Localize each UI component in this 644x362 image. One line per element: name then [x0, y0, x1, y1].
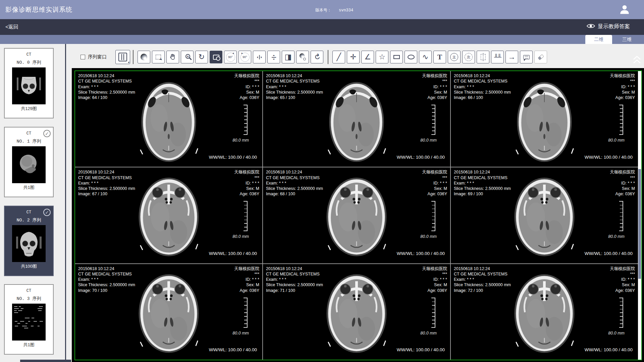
- scale-ruler: [431, 201, 435, 231]
- viewport-cell-1[interactable]: 20150618 10:12:24CT GE MEDICAL SYSTEMSEx…: [75, 71, 262, 167]
- series-card-1[interactable]: ✓ CT NO. 1 序列 共1图: [4, 127, 54, 197]
- profile-tool-button[interactable]: ╨╨: [491, 51, 504, 63]
- scale-label: 80.0 mm: [420, 138, 437, 143]
- ellipse-roi-button[interactable]: [405, 51, 417, 63]
- scale-label: 80.0 mm: [608, 330, 625, 336]
- version-value: svn334: [339, 8, 353, 13]
- nav-bar: <返回 显示教师答案: [0, 19, 644, 35]
- text-annotation-button[interactable]: T: [433, 51, 446, 63]
- zoom-in-button[interactable]: [181, 51, 194, 63]
- tab-3d[interactable]: 三维: [613, 35, 640, 44]
- series-count: 共1图: [5, 342, 53, 348]
- wwwl-label: WW/WL: 100.00 / 40.00: [397, 154, 445, 160]
- series-count: 共100图: [5, 263, 53, 269]
- image-viewer: 20150618 10:12:24CT GE MEDICAL SYSTEMSEx…: [72, 68, 644, 362]
- dicom-overlay-topright: 天堰模拟医院***ID: * * *Sex: MAge: 036Y: [610, 266, 635, 293]
- rotate-90-cw-button[interactable]: 90°: [238, 51, 251, 63]
- mirror-tool-button[interactable]: [477, 51, 489, 63]
- layout-button[interactable]: ▾: [115, 50, 130, 64]
- dicom-overlay-topleft: 20150618 10:12:24CT GE MEDICAL SYSTEMSEx…: [454, 266, 511, 293]
- collapse-toolbar-icon[interactable]: [632, 55, 642, 66]
- user-avatar-icon[interactable]: [619, 3, 631, 17]
- cross-measure-button[interactable]: ✛: [347, 51, 360, 63]
- scale-ruler: [619, 201, 623, 231]
- sidebar-horizontal-scrollbar[interactable]: [20, 360, 71, 362]
- angle-measure-button[interactable]: ∠: [361, 51, 374, 63]
- wwwl-label: WW/WL: 100.00 / 40.00: [585, 251, 633, 257]
- dicom-overlay-topright: 天堰模拟医院***ID: * * *Sex: MAge: 036Y: [610, 169, 635, 197]
- viewer-scrollbar[interactable]: [638, 71, 641, 360]
- series-count: 共129图: [5, 106, 53, 112]
- viewport-cell-8[interactable]: 20150618 10:12:24CT GE MEDICAL SYSTEMSEx…: [263, 264, 450, 360]
- wwwl-label: WW/WL: 100.00 / 40.00: [209, 347, 257, 353]
- select-button[interactable]: [152, 51, 165, 63]
- scale-ruler: [244, 298, 248, 328]
- series-modality: CT: [5, 289, 53, 293]
- toolbar-divider: [328, 50, 328, 64]
- show-teacher-answer-button[interactable]: 显示教师答案: [587, 23, 630, 30]
- wwwl-label: WW/WL: 100.00 / 40.00: [209, 251, 257, 257]
- scale-label: 80.0 mm: [420, 330, 437, 336]
- dicom-overlay-topleft: 20150618 10:12:24CT GE MEDICAL SYSTEMSEx…: [78, 169, 135, 197]
- viewer-scrollbar-thumb[interactable]: [638, 169, 641, 279]
- line-measure-button[interactable]: ╱: [332, 51, 345, 63]
- checkbox-label: 序列窗口: [88, 54, 107, 60]
- secondary-marker-button[interactable]: 次: [462, 51, 475, 63]
- viewport-cell-9[interactable]: 20150618 10:12:24CT GE MEDICAL SYSTEMSEx…: [451, 264, 638, 360]
- arrow-annotation-button[interactable]: →: [505, 51, 518, 63]
- wwwl-label: WW/WL: 100.00 / 40.00: [585, 347, 633, 353]
- dicom-overlay-topright: 天堰模拟医院***ID: * * *Sex: MAge: 036Y: [422, 266, 447, 293]
- viewport-cell-3[interactable]: 20150618 10:12:24CT GE MEDICAL SYSTEMSEx…: [451, 71, 638, 167]
- dicom-overlay-topleft: 20150618 10:12:24CT GE MEDICAL SYSTEMSEx…: [454, 169, 511, 197]
- star-roi-button[interactable]: ☆: [376, 51, 388, 63]
- rotate-90-ccw-button[interactable]: 90°: [224, 51, 237, 63]
- zoom-region-button[interactable]: [210, 51, 222, 63]
- pan-button[interactable]: [166, 51, 179, 63]
- comment-tool-button[interactable]: [520, 51, 533, 63]
- rect-roi-button[interactable]: [390, 51, 403, 63]
- primary-marker-button[interactable]: 主: [448, 51, 461, 63]
- view-mode-tabs: 二维 三维: [0, 35, 644, 44]
- app-root: 影像诊断思维实训系统 版本号：svn334 <返回 显示教师答案 二维 三维 C…: [0, 0, 644, 362]
- dicom-overlay-topleft: 20150618 10:12:24CT GE MEDICAL SYSTEMSEx…: [266, 73, 323, 100]
- dicom-overlay-topright: 天堰模拟医院***ID: * * *Sex: MAge: 036Y: [234, 73, 259, 100]
- viewport-cell-4[interactable]: 20150618 10:12:24CT GE MEDICAL SYSTEMSEx…: [75, 167, 262, 263]
- top-bar: 影像诊断思维实训系统 版本号：svn334: [0, 0, 644, 19]
- series-window-checkbox[interactable]: 序列窗口: [80, 54, 107, 60]
- flip-horizontal-button[interactable]: ◖┃◗: [253, 51, 266, 63]
- rotate-button[interactable]: ↻: [195, 51, 208, 63]
- checkbox-box[interactable]: [80, 55, 85, 59]
- toolbar: 序列窗口 ▾↻90°90°◖┃◗◖┃◗◨↻╱✛∠☆∿T主次╨╨→: [80, 50, 549, 64]
- active-series-frame: 20150618 10:12:24CT GE MEDICAL SYSTEMSEx…: [74, 70, 642, 360]
- reset-button[interactable]: ↻: [311, 51, 323, 63]
- scale-label: 80.0 mm: [420, 234, 437, 239]
- series-card-0[interactable]: CT NO. 0 序列 共129图: [4, 48, 54, 118]
- invert-button[interactable]: ◨: [282, 51, 294, 63]
- series-card-3[interactable]: CT NO. 3 序列 共1图: [4, 284, 54, 355]
- series-name: NO. 2 序列: [5, 217, 53, 223]
- flip-vertical-button[interactable]: ◖┃◗: [267, 51, 280, 63]
- back-button[interactable]: <返回: [5, 24, 18, 30]
- toolbar-divider: [133, 50, 133, 64]
- curve-measure-button[interactable]: ∿: [419, 51, 432, 63]
- scale-ruler: [619, 105, 623, 135]
- series-name: NO. 0 序列: [5, 59, 53, 65]
- window-level-button[interactable]: [138, 51, 150, 63]
- viewport-cell-7[interactable]: 20150618 10:12:24CT GE MEDICAL SYSTEMSEx…: [75, 264, 262, 360]
- checked-icon: ✓: [43, 209, 51, 216]
- viewport-cell-5[interactable]: 20150618 10:12:24CT GE MEDICAL SYSTEMSEx…: [263, 167, 450, 263]
- scale-ruler: [431, 298, 435, 328]
- eraser-button: [534, 51, 547, 63]
- version-info: 版本号：svn334: [315, 7, 353, 13]
- dicom-overlay-topleft: 20150618 10:12:24CT GE MEDICAL SYSTEMSEx…: [266, 169, 323, 197]
- dicom-overlay-topright: 天堰模拟医院***ID: * * *Sex: MAge: 036Y: [610, 73, 635, 100]
- viewport-cell-2[interactable]: 20150618 10:12:24CT GE MEDICAL SYSTEMSEx…: [263, 71, 450, 167]
- version-label: 版本号：: [315, 8, 331, 12]
- series-card-2[interactable]: ✓ CT NO. 2 序列 共100图: [4, 206, 54, 276]
- scale-ruler: [244, 105, 248, 135]
- viewport-cell-6[interactable]: 20150618 10:12:24CT GE MEDICAL SYSTEMSEx…: [451, 167, 638, 263]
- tab-2d[interactable]: 二维: [585, 35, 612, 44]
- viewport-grid: 20150618 10:12:24CT GE MEDICAL SYSTEMSEx…: [75, 71, 638, 360]
- dicom-overlay-topleft: 20150618 10:12:24CT GE MEDICAL SYSTEMSEx…: [78, 73, 135, 100]
- window-preset-button[interactable]: [296, 51, 309, 63]
